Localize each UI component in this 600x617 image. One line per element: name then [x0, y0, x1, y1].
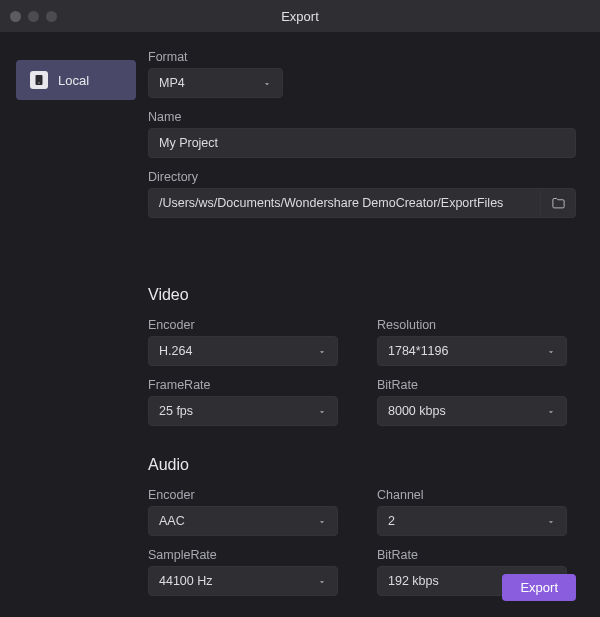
audio-encoder-value: AAC	[159, 514, 185, 528]
titlebar: Export	[0, 0, 600, 32]
audio-channel-select[interactable]: 2	[377, 506, 567, 536]
video-section-title: Video	[148, 286, 576, 304]
zoom-dot-icon[interactable]	[46, 11, 57, 22]
tab-local[interactable]: Local	[16, 60, 136, 100]
chevron-down-icon	[317, 346, 327, 356]
name-label: Name	[148, 110, 576, 124]
video-encoder-select[interactable]: H.264	[148, 336, 338, 366]
video-resolution-label: Resolution	[377, 318, 576, 332]
device-icon	[30, 71, 48, 89]
audio-bitrate-label: BitRate	[377, 548, 576, 562]
video-encoder-value: H.264	[159, 344, 192, 358]
chevron-down-icon	[546, 516, 556, 526]
export-button[interactable]: Export	[502, 574, 576, 601]
audio-samplerate-label: SampleRate	[148, 548, 347, 562]
sidebar: Local	[0, 32, 148, 617]
main-panel: Format MP4 Name My Project Directory /Us…	[148, 32, 600, 617]
audio-encoder-label: Encoder	[148, 488, 347, 502]
audio-section-title: Audio	[148, 456, 576, 474]
directory-input[interactable]: /Users/ws/Documents/Wondershare DemoCrea…	[148, 188, 540, 218]
directory-value: /Users/ws/Documents/Wondershare DemoCrea…	[159, 196, 503, 210]
folder-icon	[551, 196, 566, 211]
chevron-down-icon	[546, 346, 556, 356]
video-framerate-value: 25 fps	[159, 404, 193, 418]
video-resolution-select[interactable]: 1784*1196	[377, 336, 567, 366]
chevron-down-icon	[317, 516, 327, 526]
video-framerate-label: FrameRate	[148, 378, 347, 392]
browse-folder-button[interactable]	[540, 188, 576, 218]
close-dot-icon[interactable]	[10, 11, 21, 22]
audio-encoder-select[interactable]: AAC	[148, 506, 338, 536]
video-framerate-select[interactable]: 25 fps	[148, 396, 338, 426]
directory-label: Directory	[148, 170, 576, 184]
audio-channel-value: 2	[388, 514, 395, 528]
format-value: MP4	[159, 76, 185, 90]
chevron-down-icon	[317, 576, 327, 586]
format-select[interactable]: MP4	[148, 68, 283, 98]
minimize-dot-icon[interactable]	[28, 11, 39, 22]
name-input[interactable]: My Project	[148, 128, 576, 158]
video-bitrate-label: BitRate	[377, 378, 576, 392]
chevron-down-icon	[546, 406, 556, 416]
video-resolution-value: 1784*1196	[388, 344, 448, 358]
tab-local-label: Local	[58, 73, 89, 88]
audio-samplerate-select[interactable]: 44100 Hz	[148, 566, 338, 596]
video-bitrate-select[interactable]: 8000 kbps	[377, 396, 567, 426]
video-encoder-label: Encoder	[148, 318, 347, 332]
audio-channel-label: Channel	[377, 488, 576, 502]
chevron-down-icon	[317, 406, 327, 416]
audio-bitrate-value: 192 kbps	[388, 574, 439, 588]
name-value: My Project	[159, 136, 218, 150]
audio-samplerate-value: 44100 Hz	[159, 574, 213, 588]
format-label: Format	[148, 50, 576, 64]
chevron-down-icon	[262, 78, 272, 88]
window-title: Export	[0, 9, 600, 24]
traffic-lights	[0, 11, 57, 22]
video-bitrate-value: 8000 kbps	[388, 404, 446, 418]
